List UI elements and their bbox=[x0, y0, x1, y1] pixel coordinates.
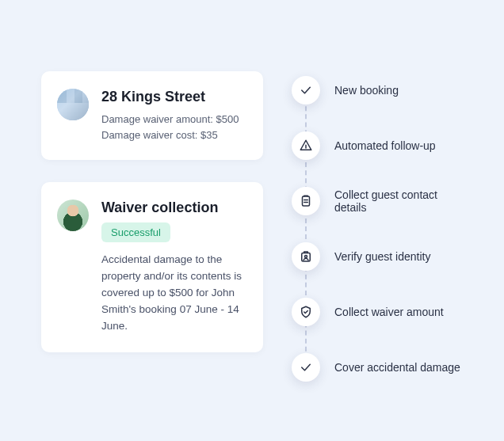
step-cover-damage: Cover accidental damage bbox=[292, 353, 472, 382]
step-verify-identity: Verify guest identity bbox=[292, 242, 472, 271]
step-collect-waiver: Collect waiver amount bbox=[292, 298, 472, 326]
step-automated-followup: Automated follow-up bbox=[292, 131, 472, 160]
property-title: 28 Kings Street bbox=[101, 89, 246, 105]
svg-point-2 bbox=[305, 256, 307, 258]
send-icon bbox=[292, 131, 320, 160]
step-new-booking: New booking bbox=[292, 76, 472, 105]
step-collect-contact: Collect guest contact details bbox=[292, 187, 472, 215]
check-icon bbox=[292, 76, 320, 105]
shield-check-icon bbox=[292, 298, 320, 326]
step-label: Automated follow-up bbox=[334, 139, 436, 152]
step-label: Verify guest identity bbox=[334, 250, 430, 263]
waiver-cost-line: Damage waiver cost: $35 bbox=[101, 127, 246, 143]
waiver-card: Waiver collection Successful Accidental … bbox=[41, 182, 263, 352]
waiver-amount-line: Damage waiver amount: $500 bbox=[101, 112, 246, 127]
check-icon bbox=[292, 353, 320, 382]
waiver-card-body: Waiver collection Successful Accidental … bbox=[101, 200, 246, 335]
left-column: 28 Kings Street Damage waiver amount: $5… bbox=[41, 71, 263, 409]
property-avatar bbox=[57, 89, 89, 120]
id-badge-icon bbox=[292, 242, 320, 271]
clipboard-icon bbox=[292, 187, 320, 215]
waiver-description: Accidental damage to the property and/or… bbox=[101, 252, 246, 335]
status-badge: Successful bbox=[101, 222, 170, 242]
timeline: New booking Automated follow-up Collect … bbox=[292, 76, 472, 382]
property-card: 28 Kings Street Damage waiver amount: $5… bbox=[41, 71, 263, 160]
step-label: New booking bbox=[334, 84, 399, 97]
step-label: Collect guest contact details bbox=[334, 188, 472, 214]
guest-avatar bbox=[57, 200, 89, 231]
step-label: Collect waiver amount bbox=[334, 306, 444, 318]
svg-rect-0 bbox=[303, 196, 310, 206]
step-label: Cover accidental damage bbox=[334, 361, 460, 374]
property-card-body: 28 Kings Street Damage waiver amount: $5… bbox=[101, 89, 246, 143]
timeline-column: New booking Automated follow-up Collect … bbox=[292, 71, 472, 409]
waiver-title: Waiver collection bbox=[101, 200, 246, 216]
